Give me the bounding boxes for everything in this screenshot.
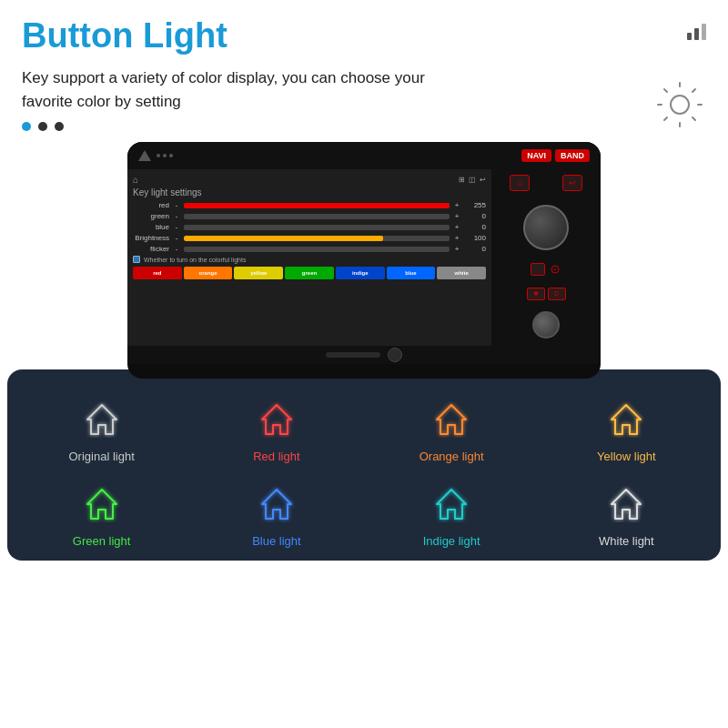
svg-marker-11 [87,405,116,434]
screen-icon-3: ↩ [480,176,486,184]
screen-minus-flicker[interactable]: - [172,245,181,253]
screen-label-green: green [133,212,169,220]
screen-row-flicker: flicker - + 0 [133,245,486,253]
d-btn[interactable]: D [548,288,566,300]
svg-marker-13 [437,405,466,434]
screen-minus-blue[interactable]: - [172,223,181,231]
right-controls: ⌂ ↩ ✱ [491,169,601,346]
screen-label-flicker: flicker [133,245,169,253]
screen-plus-green[interactable]: + [452,212,461,220]
light-item-0: Original light [16,388,187,463]
color-btn-green[interactable]: green [285,267,334,279]
screen-minus-Brightness[interactable]: - [172,234,181,242]
colorful-lights-label: Whether to turn on the colorful lights [144,257,246,263]
light-item-7: White light [541,472,712,548]
screen-row-red: red - + 255 [133,201,486,209]
screen-bar-red [184,203,450,208]
color-btn-indige[interactable]: indige [336,267,385,279]
screen-minus-green[interactable]: - [172,212,181,220]
color-btn-white[interactable]: white [437,267,486,279]
unit-body: ⌂ ⊞ ◫ ↩ Key light settings red - [127,169,601,346]
band-button[interactable]: BAND [555,149,590,162]
screen-row-Brightness: Brightness - + 100 [133,234,486,242]
screen-plus-Brightness[interactable]: + [452,234,461,242]
screen-icon-1: ⊞ [459,176,465,184]
light-icon-3 [603,397,649,442]
color-btn-red[interactable]: red [133,267,182,279]
dot-3[interactable] [55,122,64,131]
screen-row-blue: blue - + 0 [133,223,486,231]
navigation-dots [0,113,728,140]
colorful-lights-checkbox[interactable] [133,256,140,263]
svg-marker-12 [262,405,291,434]
screen-row-green: green - + 0 [133,212,486,220]
color-btn-yellow[interactable]: yellow [234,267,283,279]
screen-bar-fill-Brightness [184,236,383,241]
screen-plus-blue[interactable]: + [452,223,461,231]
cd-slot [326,352,380,358]
unit-bottom [127,346,601,364]
light-item-3: Yellow light [541,388,712,463]
light-label-2: Orange light [420,450,484,463]
svg-marker-17 [437,490,466,519]
screen-label-blue: blue [133,223,169,231]
subtitle: Key support a variety of color display, … [0,63,473,113]
light-item-1: Red light [191,388,361,463]
light-label-7: White light [599,534,654,548]
light-item-5: Blue light [191,472,361,548]
light-item-2: Orange light [367,388,537,463]
screen-label-red: red [133,201,169,209]
volume-knob[interactable] [532,311,560,339]
light-icon-6 [429,481,474,527]
aux-port [388,348,402,362]
back-ctrl-btn[interactable]: ↩ [562,175,582,191]
screen-label-Brightness: Brightness [133,234,169,242]
light-item-4: Green light [16,472,187,548]
light-grid: Original light Red light Orange light [16,388,712,548]
svg-point-0 [671,96,689,114]
screen-plus-red[interactable]: + [452,201,461,209]
screen-bar-Brightness [184,236,450,241]
screen-area: ⌂ ⊞ ◫ ↩ Key light settings red - [127,169,491,346]
svg-point-10 [554,268,556,270]
header: Button Light [0,0,728,63]
light-label-0: Original light [68,450,134,463]
screen-value-Brightness: 100 [464,234,486,242]
home-ctrl-btn[interactable]: ⌂ [510,175,530,191]
slash-btn[interactable]: ✱ [527,288,545,300]
main-dial[interactable] [523,205,569,250]
svg-marker-15 [87,490,116,519]
left-ctrl-btn[interactable] [531,263,545,276]
screen-value-green: 0 [464,212,486,220]
page-title: Button Light [22,16,228,56]
svg-marker-16 [262,490,291,519]
light-icon-5 [254,481,299,527]
sun-icon [657,82,703,127]
screen-minus-red[interactable]: - [172,201,181,209]
eject-icon [138,150,151,161]
color-btn-orange[interactable]: orange [184,267,233,279]
svg-line-8 [664,117,667,120]
light-item-6: Indige light [367,472,537,548]
navi-button[interactable]: NAVI [521,149,551,162]
screen-plus-flicker[interactable]: + [452,245,461,253]
dot-1[interactable] [22,122,31,131]
screen-home-icon: ⌂ [133,175,138,185]
screen-icon-2: ◫ [469,176,476,184]
light-label-6: Indige light [423,534,480,548]
car-unit: NAVI BAND ⌂ ⊞ ◫ ↩ [127,142,601,379]
screen-bar-blue [184,225,450,230]
light-icon-1 [254,397,299,442]
cd-dots [157,154,173,157]
dot-2[interactable] [38,122,47,131]
svg-line-5 [664,89,667,92]
screen-value-blue: 0 [464,223,486,231]
light-icon-2 [429,397,474,442]
svg-marker-14 [612,405,641,434]
signal-icon [687,24,706,40]
screen-value-flicker: 0 [464,245,486,253]
screen-bar-fill-red [184,203,450,208]
bottom-section: Original light Red light Orange light [7,369,721,561]
color-btn-blue[interactable]: blue [387,267,436,279]
color-buttons-row: redorangeyellowgreenindigebluewhite [133,267,486,279]
